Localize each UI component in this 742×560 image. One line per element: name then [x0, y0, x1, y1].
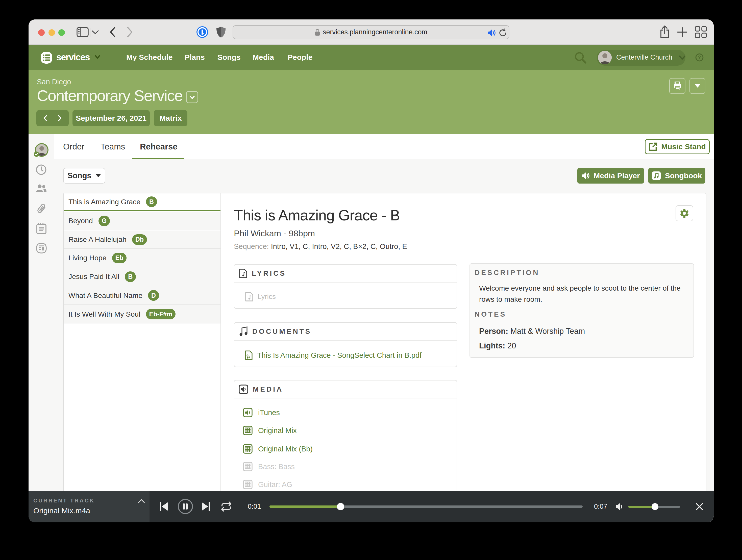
svg-text:?: ? [698, 55, 701, 60]
